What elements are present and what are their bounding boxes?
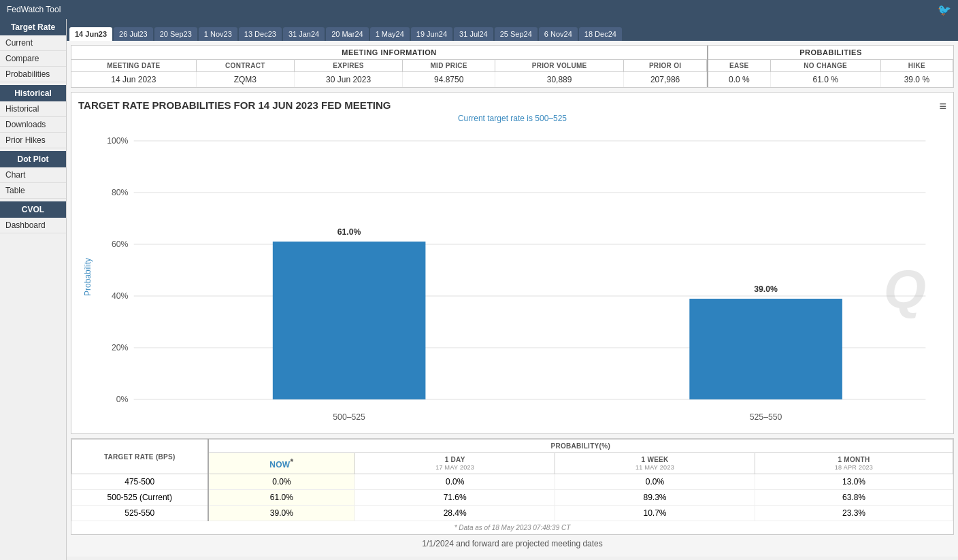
contract-cell: ZQM3	[196, 72, 294, 88]
tab-19Jun24[interactable]: 19 Jun24	[411, 27, 452, 41]
cvol-section[interactable]: CVOL	[0, 201, 66, 218]
col-prior-oi: PRIOR OI	[624, 60, 707, 72]
ease-cell: 0.0 %	[708, 72, 770, 88]
rate-header: TARGET RATE (BPS)	[72, 440, 208, 474]
sidebar-item-current[interactable]: Current	[0, 35, 66, 51]
app-header: FedWatch Tool 🐦	[0, 0, 958, 19]
prob-col-no change: NO CHANGE	[770, 60, 880, 72]
svg-text:60%: 60%	[112, 240, 129, 249]
prior-volume-cell: 30,889	[495, 72, 624, 88]
bar-500-525	[273, 242, 426, 399]
no-change-cell: 61.0 %	[770, 72, 880, 88]
app-title: FedWatch Tool	[7, 5, 61, 14]
tab-26Jul23[interactable]: 26 Jul23	[114, 27, 153, 41]
prob-sub-3: 1 MONTH18 APR 2023	[755, 453, 953, 474]
svg-text:39.0%: 39.0%	[754, 284, 778, 294]
prob-table-main-header: TARGET RATE (BPS) PROBABILITY(%)	[72, 440, 953, 453]
svg-text:61.0%: 61.0%	[337, 227, 361, 237]
meeting-info-panel: MEETING INFORMATION MEETING DATECONTRACT…	[71, 46, 708, 87]
svg-text:100%: 100%	[107, 136, 129, 146]
twitter-icon: 🐦	[938, 3, 951, 16]
tab-31Jan24[interactable]: 31 Jan24	[283, 27, 325, 41]
tab-1May24[interactable]: 1 May24	[370, 27, 410, 41]
expires-cell: 30 Jun 2023	[294, 72, 402, 88]
dot-plot-section[interactable]: Dot Plot	[0, 151, 66, 167]
prob-info-title: PROBABILITIES	[708, 46, 953, 60]
prob-sub-0: NOW*	[208, 453, 355, 474]
meeting-info-table: MEETING DATECONTRACTEXPIRESMID PRICEPRIO…	[71, 60, 707, 87]
bar-525-550	[689, 299, 842, 399]
sidebar-item-compare[interactable]: Compare	[0, 51, 66, 67]
prob-col-hike: HIKE	[880, 60, 953, 72]
tab-20Sep23[interactable]: 20 Sep23	[154, 27, 197, 41]
info-section: MEETING INFORMATION MEETING DATECONTRACT…	[71, 45, 954, 88]
chart-subtitle: Current target rate is 500–525	[78, 114, 946, 123]
sidebar-item-prior-hikes[interactable]: Prior Hikes	[0, 133, 66, 148]
chart-title: TARGET RATE PROBABILITIES FOR 14 JUN 202…	[78, 99, 946, 111]
col-mid-price: MID PRICE	[403, 60, 495, 72]
tab-1Nov23[interactable]: 1 Nov23	[199, 27, 237, 41]
col-meeting-date: MEETING DATE	[71, 60, 196, 72]
svg-text:Probability: Probability	[83, 257, 93, 296]
tab-18Dec24[interactable]: 18 Dec24	[579, 27, 622, 41]
sidebar: Target Rate CurrentCompareProbabilities …	[0, 19, 67, 560]
prob-row: 0.0 % 61.0 % 39.0 %	[708, 72, 953, 88]
svg-text:80%: 80%	[112, 188, 129, 197]
sidebar-item-table[interactable]: Table	[0, 183, 66, 199]
chart-menu-button[interactable]: ≡	[939, 99, 946, 114]
svg-text:500–525: 500–525	[333, 412, 365, 422]
probability-table: TARGET RATE (BPS) PROBABILITY(%) NOW*1 D…	[71, 439, 953, 521]
tab-31Jul24[interactable]: 31 Jul24	[454, 27, 493, 41]
sidebar-item-historical[interactable]: Historical	[0, 101, 66, 117]
prob-info-table: EASENO CHANGEHIKE 0.0 % 61.0 % 39.0 %	[708, 60, 953, 87]
meeting-info-row: 14 Jun 2023 ZQM3 30 Jun 2023 94.8750 30,…	[71, 72, 707, 88]
svg-text:20%: 20%	[112, 343, 129, 352]
target-rate-section[interactable]: Target Rate	[0, 19, 66, 35]
hike-cell: 39.0 %	[880, 72, 953, 88]
prob-pct-header: PROBABILITY(%)	[208, 440, 953, 453]
sidebar-item-probabilities[interactable]: Probabilities	[0, 67, 66, 82]
tab-13Dec23[interactable]: 13 Dec23	[239, 27, 282, 41]
table-row: 475-5000.0%0.0%0.0%13.0%	[72, 474, 953, 490]
col-expires: EXPIRES	[294, 60, 402, 72]
tab-20Mar24[interactable]: 20 Mar24	[326, 27, 368, 41]
bar-chart: 0% 20% 40% 60% 80% 100% Probability 61.0…	[78, 127, 946, 427]
table-row: 525-55039.0%28.4%10.7%23.3%	[72, 506, 953, 521]
bottom-table-container: TARGET RATE (BPS) PROBABILITY(%) NOW*1 D…	[71, 438, 954, 535]
prob-sub-1: 1 DAY17 MAY 2023	[355, 453, 555, 474]
chart-wrapper: Q 0% 20% 40%	[78, 127, 946, 427]
svg-text:40%: 40%	[112, 291, 129, 301]
prob-col-ease: EASE	[708, 60, 770, 72]
tab-bar: 14 Jun2326 Jul2320 Sep231 Nov2313 Dec233…	[67, 19, 958, 41]
prob-info-panel: PROBABILITIES EASENO CHANGEHIKE 0.0 % 61…	[708, 46, 953, 87]
tab-14Jun23[interactable]: 14 Jun23	[69, 27, 112, 41]
historical-section[interactable]: Historical	[0, 85, 66, 101]
tab-6Nov24[interactable]: 6 Nov24	[539, 27, 578, 41]
sidebar-item-dashboard[interactable]: Dashboard	[0, 218, 66, 233]
prob-sub-2: 1 WEEK11 MAY 2023	[555, 453, 755, 474]
main-content: 14 Jun2326 Jul2320 Sep231 Nov2313 Dec233…	[67, 19, 958, 560]
table-row: 500-525 (Current)61.0%71.6%89.3%63.8%	[72, 490, 953, 506]
sidebar-item-downloads[interactable]: Downloads	[0, 117, 66, 133]
svg-text:525–550: 525–550	[750, 412, 782, 422]
footer-note: * Data as of 18 May 2023 07:48:39 CT	[71, 521, 953, 534]
sidebar-item-chart[interactable]: Chart	[0, 167, 66, 183]
tab-25Sep24[interactable]: 25 Sep24	[495, 27, 538, 41]
col-contract: CONTRACT	[196, 60, 294, 72]
meeting-info-title: MEETING INFORMATION	[71, 46, 707, 60]
col-prior-volume: PRIOR VOLUME	[495, 60, 624, 72]
meeting-date-cell: 14 Jun 2023	[71, 72, 196, 88]
mid-price-cell: 94.8750	[403, 72, 495, 88]
bottom-note: 1/1/2024 and forward are projected meeti…	[71, 535, 954, 553]
svg-text:0%: 0%	[116, 395, 129, 404]
prior-oi-cell: 207,986	[624, 72, 707, 88]
chart-container: TARGET RATE PROBABILITIES FOR 14 JUN 202…	[71, 92, 954, 434]
